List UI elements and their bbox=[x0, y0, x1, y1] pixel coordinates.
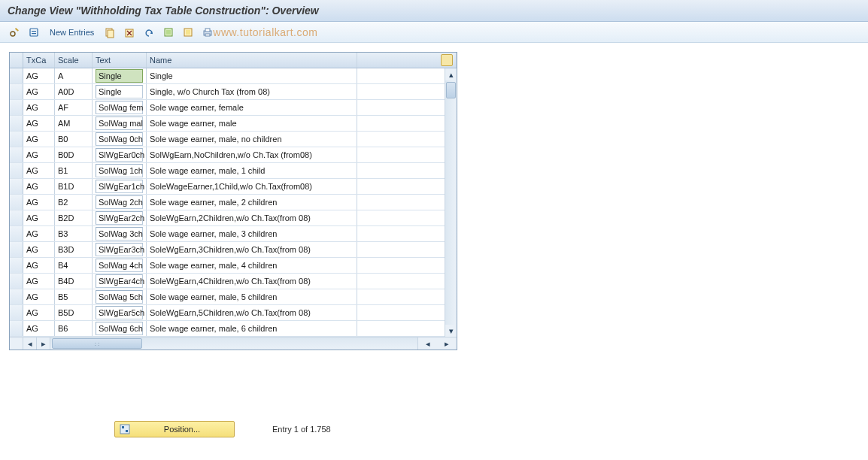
cell-text-input[interactable]: SolWag 6ch bbox=[96, 322, 143, 335]
row-selector[interactable] bbox=[10, 179, 23, 194]
cell-txca[interactable]: AG bbox=[23, 258, 55, 273]
cell-txca[interactable]: AG bbox=[23, 210, 55, 225]
cell-txca[interactable]: AG bbox=[23, 163, 55, 178]
cell-scale[interactable]: A bbox=[55, 68, 93, 83]
vscroll-track[interactable] bbox=[445, 80, 457, 325]
cell-txca[interactable]: AG bbox=[23, 274, 55, 289]
cell-text[interactable]: SlWgEar1ch bbox=[93, 179, 147, 194]
cell-scale[interactable]: B5 bbox=[55, 289, 93, 304]
row-selector[interactable] bbox=[10, 163, 23, 178]
cell-name[interactable]: Sole wage earner, male, 4 children bbox=[147, 258, 357, 273]
cell-text[interactable]: SolWag 3ch bbox=[93, 226, 147, 241]
cell-text[interactable]: SolWag 1ch bbox=[93, 163, 147, 178]
cell-text[interactable]: SlWgEar4ch bbox=[93, 274, 147, 289]
cell-scale[interactable]: B6 bbox=[55, 321, 93, 336]
cell-txca[interactable]: AG bbox=[23, 195, 55, 210]
table-row[interactable]: AGB4DSlWgEar4chSoleWgEarn,4Children,w/o … bbox=[10, 274, 457, 289]
scroll-up-icon[interactable]: ▴ bbox=[445, 68, 457, 80]
table-config-button[interactable] bbox=[357, 53, 457, 68]
other-view-icon[interactable] bbox=[26, 25, 42, 40]
table-row[interactable]: AGAMSolWag malSole wage earner, male bbox=[10, 116, 457, 132]
table-row[interactable]: AGB4SolWag 4chSole wage earner, male, 4 … bbox=[10, 258, 457, 274]
cell-scale[interactable]: B2 bbox=[55, 195, 93, 210]
table-row[interactable]: AGB3SolWag 3chSole wage earner, male, 3 … bbox=[10, 226, 457, 242]
hscroll-nav-left-icon[interactable]: ◂ bbox=[418, 337, 438, 350]
cell-scale[interactable]: B4 bbox=[55, 258, 93, 273]
table-row[interactable]: AGB1DSlWgEar1chSoleWageEarner,1Child,w/o… bbox=[10, 179, 457, 195]
cell-text-input[interactable]: SolWag 3ch bbox=[96, 227, 143, 241]
cell-text-input[interactable]: SlWgEar2ch bbox=[96, 211, 143, 225]
cell-text[interactable]: Single bbox=[93, 68, 147, 83]
cell-scale[interactable]: B1D bbox=[55, 179, 93, 194]
col-header-scale[interactable]: Scale bbox=[55, 53, 93, 68]
cell-name[interactable]: SoleWgEarn,2Children,w/o Ch.Tax(from 08) bbox=[147, 210, 357, 225]
cell-text-input[interactable]: SlWgEar0ch bbox=[96, 148, 143, 162]
row-selector[interactable] bbox=[10, 84, 23, 99]
cell-name[interactable]: SoleWgEarn,5Children,w/o Ch.Tax(from 08) bbox=[147, 305, 357, 320]
table-row[interactable]: AGB0SolWag 0chSole wage earner, male, no… bbox=[10, 132, 457, 147]
cell-text[interactable]: SolWag fem bbox=[93, 100, 147, 115]
col-header-name[interactable]: Name bbox=[147, 53, 357, 68]
cell-text[interactable]: SolWag 0ch bbox=[93, 132, 147, 147]
position-button[interactable]: Position... bbox=[114, 421, 235, 437]
cell-text-input[interactable]: Single bbox=[96, 85, 143, 98]
cell-text-input[interactable]: Single bbox=[96, 69, 143, 83]
cell-txca[interactable]: AG bbox=[23, 84, 55, 99]
row-selector[interactable] bbox=[10, 68, 23, 83]
row-selector[interactable] bbox=[10, 195, 23, 210]
cell-txca[interactable]: AG bbox=[23, 242, 55, 257]
cell-txca[interactable]: AG bbox=[23, 179, 55, 194]
horizontal-scrollbar[interactable]: ◂ ▸ : : ◂ ▸ bbox=[10, 337, 457, 350]
cell-text-input[interactable]: SolWag 5ch bbox=[96, 290, 143, 304]
cell-scale[interactable]: B0 bbox=[55, 132, 93, 147]
hscroll-nav-right-icon[interactable]: ▸ bbox=[438, 337, 457, 350]
deselect-all-icon[interactable] bbox=[180, 25, 196, 40]
cell-txca[interactable]: AG bbox=[23, 289, 55, 304]
cell-scale[interactable]: B4D bbox=[55, 274, 93, 289]
cell-name[interactable]: Sole wage earner, female bbox=[147, 100, 357, 115]
undo-icon[interactable] bbox=[141, 25, 157, 40]
cell-name[interactable]: SoleWageEarner,1Child,w/o Ch.Tax(from08) bbox=[147, 179, 357, 194]
table-row[interactable]: AGB0DSlWgEar0chSolWgEarn,NoChildren,w/o … bbox=[10, 147, 457, 163]
table-row[interactable]: AGB1SolWag 1chSole wage earner, male, 1 … bbox=[10, 163, 457, 179]
row-selector[interactable] bbox=[10, 321, 23, 336]
cell-text-input[interactable]: SolWag 1ch bbox=[96, 164, 143, 177]
cell-txca[interactable]: AG bbox=[23, 68, 55, 83]
cell-text[interactable]: SlWgEar0ch bbox=[93, 147, 147, 162]
table-row[interactable]: AGB6SolWag 6chSole wage earner, male, 6 … bbox=[10, 321, 457, 337]
cell-text-input[interactable]: SolWag 0ch bbox=[96, 132, 143, 146]
cell-name[interactable]: Sole wage earner, male, 2 children bbox=[147, 195, 357, 210]
table-row[interactable]: AGA0DSingleSingle, w/o Church Tax (from … bbox=[10, 84, 457, 100]
new-entries-button[interactable]: New Entries bbox=[45, 28, 99, 37]
cell-name[interactable]: SoleWgEarn,4Children,w/o Ch.Tax(from 08) bbox=[147, 274, 357, 289]
hscroll-track[interactable]: : : bbox=[50, 337, 417, 350]
row-selector[interactable] bbox=[10, 289, 23, 304]
cell-txca[interactable]: AG bbox=[23, 147, 55, 162]
cell-scale[interactable]: B5D bbox=[55, 305, 93, 320]
row-selector[interactable] bbox=[10, 258, 23, 273]
table-row[interactable]: AGB5SolWag 5chSole wage earner, male, 5 … bbox=[10, 289, 457, 305]
cell-text[interactable]: SlWgEar2ch bbox=[93, 210, 147, 225]
hscroll-right-icon[interactable]: ▸ bbox=[37, 337, 50, 350]
cell-txca[interactable]: AG bbox=[23, 100, 55, 115]
col-header-text[interactable]: Text bbox=[93, 53, 147, 68]
row-selector[interactable] bbox=[10, 116, 23, 131]
cell-name[interactable]: Sole wage earner, male, 5 children bbox=[147, 289, 357, 304]
cell-text-input[interactable]: SlWgEar5ch bbox=[96, 306, 143, 319]
cell-text-input[interactable]: SlWgEar3ch bbox=[96, 243, 143, 256]
row-selector[interactable] bbox=[10, 305, 23, 320]
delete-icon[interactable] bbox=[121, 25, 138, 40]
cell-txca[interactable]: AG bbox=[23, 132, 55, 147]
cell-scale[interactable]: B3D bbox=[55, 242, 93, 257]
cell-txca[interactable]: AG bbox=[23, 226, 55, 241]
cell-text-input[interactable]: SolWag 4ch bbox=[96, 259, 143, 272]
cell-name[interactable]: Single bbox=[147, 68, 357, 83]
cell-scale[interactable]: B2D bbox=[55, 210, 93, 225]
row-selector-header[interactable] bbox=[10, 53, 23, 68]
cell-name[interactable]: SolWgEarn,NoChildren,w/o Ch.Tax (from08) bbox=[147, 147, 357, 162]
row-selector[interactable] bbox=[10, 210, 23, 225]
cell-txca[interactable]: AG bbox=[23, 116, 55, 131]
cell-text[interactable]: SlWgEar5ch bbox=[93, 305, 147, 320]
cell-name[interactable]: Sole wage earner, male, 1 child bbox=[147, 163, 357, 178]
table-row[interactable]: AGAFSolWag femSole wage earner, female bbox=[10, 100, 457, 116]
